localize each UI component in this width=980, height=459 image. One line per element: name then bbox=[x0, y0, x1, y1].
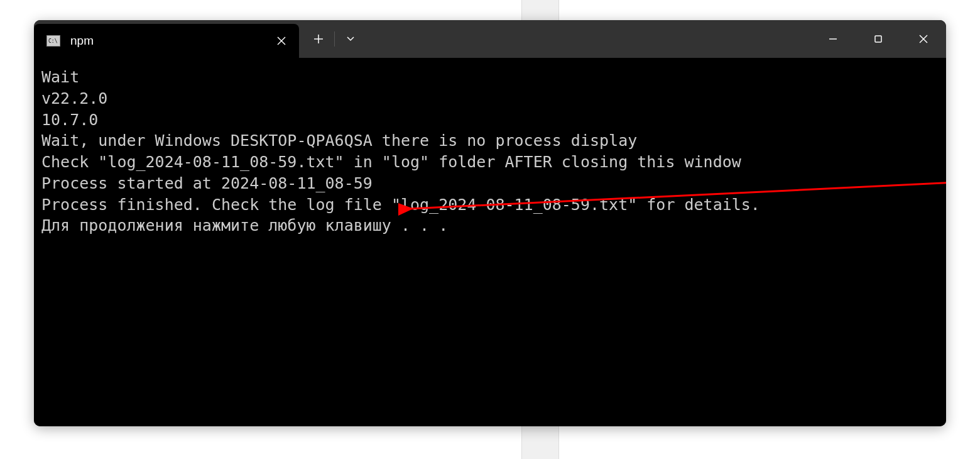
new-tab-button[interactable] bbox=[304, 20, 333, 58]
terminal-line: Process started at 2024-08-11_08-59 bbox=[41, 173, 939, 194]
titlebar-divider bbox=[334, 31, 335, 47]
close-icon bbox=[919, 35, 928, 43]
terminal-line: v22.2.0 bbox=[41, 88, 939, 109]
svg-rect-5 bbox=[875, 36, 881, 42]
maximize-icon bbox=[874, 35, 883, 43]
tab-dropdown-button[interactable] bbox=[336, 20, 365, 58]
maximize-button[interactable] bbox=[856, 20, 901, 58]
chevron-down-icon bbox=[346, 36, 355, 42]
titlebar[interactable]: npm bbox=[34, 20, 946, 58]
terminal-line: Check "log_2024-08-11_08-59.txt" in "log… bbox=[41, 152, 939, 173]
terminal-window: npm bbox=[34, 20, 946, 426]
titlebar-actions bbox=[304, 20, 365, 58]
terminal-line: Wait, under Windows DESKTOP-QPA6QSA ther… bbox=[41, 130, 939, 152]
minimize-icon bbox=[829, 35, 837, 43]
terminal-line: 10.7.0 bbox=[41, 109, 939, 131]
close-tab-button[interactable] bbox=[271, 31, 291, 51]
cmd-icon bbox=[46, 35, 60, 47]
terminal-line: Process finished. Check the log file "lo… bbox=[41, 194, 939, 216]
minimize-button[interactable] bbox=[810, 20, 856, 58]
terminal-output[interactable]: Wait v22.2.0 10.7.0 Wait, under Windows … bbox=[34, 58, 946, 426]
terminal-tab[interactable]: npm bbox=[34, 24, 299, 58]
terminal-line: Wait bbox=[41, 67, 939, 88]
close-window-button[interactable] bbox=[901, 20, 946, 58]
window-controls bbox=[810, 20, 946, 58]
tab-title: npm bbox=[70, 34, 271, 48]
terminal-line: Для продолжения нажмите любую клавишу . … bbox=[41, 215, 939, 236]
close-icon bbox=[277, 36, 286, 45]
plus-icon bbox=[313, 34, 324, 44]
